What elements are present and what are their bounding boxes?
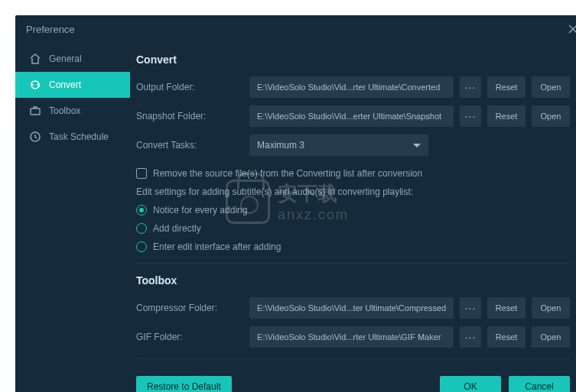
gif-folder-reset-button[interactable]: Reset: [487, 326, 526, 348]
radio-label: Notice for every adding: [153, 205, 247, 215]
output-folder-open-button[interactable]: Open: [532, 76, 570, 98]
sidebar-item-label: Convert: [49, 79, 81, 90]
titlebar: Preference: [15, 15, 576, 43]
row-convert-tasks: Convert Tasks: Maximum 3: [136, 134, 570, 156]
footer: Restore to Default OK Cancel: [15, 366, 576, 392]
radio-label: Enter edit interface after adding: [153, 241, 281, 252]
body: General Convert Toolbox Task Schedule: [15, 43, 576, 366]
checkbox-icon: [136, 168, 147, 179]
compressor-folder-field[interactable]: E:\VideoSolo Studio\Vid...ter Ultimate\C…: [249, 297, 454, 319]
footer-right: OK Cancel: [440, 376, 570, 392]
radio-icon: [136, 241, 147, 252]
radio-icon: [136, 205, 147, 215]
snapshot-folder-open-button[interactable]: Open: [532, 105, 570, 127]
snapshot-folder-label: Snapshot Folder:: [136, 111, 243, 121]
cancel-button[interactable]: Cancel: [509, 376, 570, 392]
snapshot-folder-field[interactable]: E:\VideoSolo Studio\Vid...erter Ultimate…: [249, 105, 454, 127]
gif-folder-field[interactable]: E:\VideoSolo Studio\Vid...rter Ultimate\…: [249, 326, 454, 348]
convert-tasks-value: Maximum 3: [257, 140, 304, 151]
gif-folder-browse-button[interactable]: ···: [460, 326, 481, 348]
gif-folder-open-button[interactable]: Open: [532, 326, 570, 348]
remove-source-label: Remove the source file(s) from the Conve…: [153, 168, 422, 179]
compressor-folder-open-button[interactable]: Open: [532, 297, 570, 319]
row-snapshot-folder: Snapshot Folder: E:\VideoSolo Studio\Vid…: [136, 105, 570, 127]
snapshot-folder-reset-button[interactable]: Reset: [487, 105, 526, 127]
output-folder-label: Output Folder:: [136, 82, 243, 92]
close-icon: [568, 24, 576, 34]
refresh-icon: [29, 79, 41, 91]
convert-tasks-select[interactable]: Maximum 3: [249, 134, 428, 156]
edit-settings-hint: Edit settings for adding subtitle(s) and…: [136, 186, 570, 197]
sidebar-item-convert[interactable]: Convert: [15, 72, 130, 98]
radio-label: Add directly: [153, 223, 201, 234]
schedule-icon: [29, 131, 41, 143]
separator: [136, 358, 570, 359]
gif-folder-label: GIF Folder:: [136, 332, 243, 342]
sidebar-item-label: Task Schedule: [49, 131, 109, 142]
section-title-toolbox: Toolbox: [136, 274, 570, 287]
sidebar-item-toolbox[interactable]: Toolbox: [15, 98, 130, 124]
snapshot-folder-browse-button[interactable]: ···: [460, 105, 481, 127]
home-icon: [29, 53, 41, 65]
radio-enter-edit-interface[interactable]: Enter edit interface after adding: [136, 241, 570, 252]
radio-icon: [136, 223, 147, 234]
ok-button[interactable]: OK: [440, 376, 501, 392]
radio-add-directly[interactable]: Add directly: [136, 223, 570, 234]
svg-rect-0: [31, 109, 40, 115]
separator: [136, 263, 570, 264]
sidebar-item-label: Toolbox: [49, 105, 80, 116]
chevron-down-icon: [413, 144, 421, 147]
row-compressor-folder: Compressor Folder: E:\VideoSolo Studio\V…: [136, 297, 570, 319]
toolbox-icon: [29, 105, 41, 117]
remove-source-checkbox[interactable]: Remove the source file(s) from the Conve…: [136, 168, 570, 179]
close-button[interactable]: [565, 21, 576, 37]
content: Convert Output Folder: E:\VideoSolo Stud…: [130, 43, 576, 366]
output-folder-browse-button[interactable]: ···: [460, 76, 481, 98]
sidebar-item-label: General: [49, 53, 82, 64]
row-gif-folder: GIF Folder: E:\VideoSolo Studio\Vid...rt…: [136, 326, 570, 348]
window-title: Preference: [26, 24, 75, 35]
compressor-folder-browse-button[interactable]: ···: [460, 297, 481, 319]
sidebar-item-task-schedule[interactable]: Task Schedule: [15, 124, 130, 150]
preference-window: Preference General Convert: [15, 15, 576, 392]
compressor-folder-reset-button[interactable]: Reset: [487, 297, 526, 319]
section-title-convert: Convert: [136, 53, 570, 66]
sidebar: General Convert Toolbox Task Schedule: [15, 43, 130, 366]
output-folder-field[interactable]: E:\VideoSolo Studio\Vid...rter Ultimate\…: [249, 76, 454, 98]
compressor-folder-label: Compressor Folder:: [136, 303, 243, 313]
output-folder-reset-button[interactable]: Reset: [487, 76, 526, 98]
restore-default-button[interactable]: Restore to Default: [136, 376, 232, 392]
radio-notice-every-adding[interactable]: Notice for every adding: [136, 205, 570, 215]
sidebar-item-general[interactable]: General: [15, 46, 130, 72]
row-output-folder: Output Folder: E:\VideoSolo Studio\Vid..…: [136, 76, 570, 98]
convert-tasks-label: Convert Tasks:: [136, 140, 243, 151]
